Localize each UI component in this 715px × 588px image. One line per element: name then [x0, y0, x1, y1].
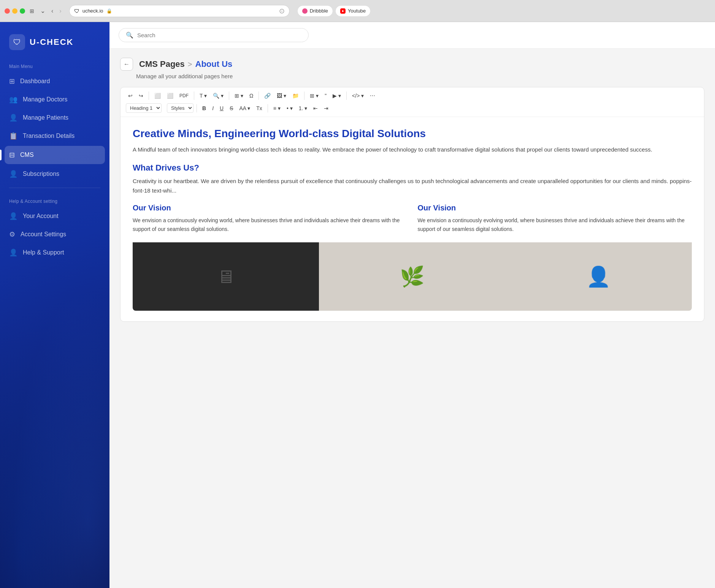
strikethrough-button[interactable]: S [227, 104, 235, 113]
sidebar-item-help-support[interactable]: 👤 Help & Support [0, 243, 109, 262]
toolbar-separator [149, 92, 149, 100]
align-button[interactable]: ≡ ▾ [271, 104, 283, 113]
dribbble-label: Dribbble [310, 8, 328, 14]
more-button[interactable]: ⋯ [368, 91, 377, 100]
dribbble-bookmark[interactable]: Dribbble [297, 5, 333, 17]
youtube-bookmark[interactable]: Youtube [335, 5, 371, 17]
sidebar-item-cms[interactable]: ⊟ CMS [5, 146, 105, 164]
sidebar-logo: 🛡 U-CHECK [0, 22, 109, 58]
toolbar-separator-6 [346, 92, 347, 100]
undo-button[interactable]: ↩ [126, 91, 135, 100]
code-button[interactable]: </> ▾ [350, 91, 366, 100]
person-icon: 🌿 [400, 265, 425, 288]
address-bar[interactable]: 🛡 ucheck.io 🔒 ⊙ [69, 5, 290, 17]
close-button[interactable] [5, 8, 10, 14]
logo-icon: 🛡 [9, 34, 25, 50]
url-text: ucheck.io [82, 8, 103, 14]
numbered-button[interactable]: 1. ▾ [296, 104, 310, 113]
youtube-label: Youtube [348, 8, 366, 14]
browser-chrome: ⊞ ⌄ ‹ › 🛡 ucheck.io 🔒 ⊙ Dribbble Youtube [0, 0, 715, 22]
main-menu-label: Main Menu [0, 58, 109, 72]
sidebar-item-your-account[interactable]: 👤 Your Account [0, 207, 109, 225]
heading-select[interactable]: Heading 1 [126, 103, 162, 113]
app-layout: 🛡 U-CHECK Main Menu ⊞ Dashboard 👥 Manage… [0, 22, 715, 588]
image-2: 🌿 [319, 242, 505, 311]
sidebar-item-manage-doctors[interactable]: 👥 Manage Doctors [0, 90, 109, 109]
vision-right-text: We envision a continuously evolving worl… [418, 216, 692, 233]
editor-card: ↩ ↪ ⬜ ⬜ PDF T ▾ 🔍 ▾ ⊞ ▾ Ω 🔗 [120, 87, 704, 322]
editor-intro: A Mindful team of tech innovators bringi… [133, 145, 692, 155]
indent-decrease-button[interactable]: ⇤ [311, 104, 320, 113]
sidebar-toggle-button[interactable]: ⊞ [28, 6, 36, 16]
help-icon: 👤 [9, 248, 17, 257]
search-bar[interactable]: 🔍 [119, 28, 309, 42]
bullets-button[interactable]: • ▾ [284, 104, 295, 113]
special-chars-button[interactable]: Ω [247, 91, 255, 100]
vision-left-heading: Our Vision [133, 204, 407, 212]
indent-increase-button[interactable]: ⇥ [322, 104, 331, 113]
page-subtitle: Manage all your additional pages here [136, 73, 704, 79]
logo-text: U-CHECK [30, 37, 73, 47]
sidebar-item-dashboard[interactable]: ⊞ Dashboard [0, 72, 109, 90]
back-button[interactable]: ← [120, 58, 133, 71]
toolbar-separator-2 [194, 92, 194, 100]
image-1: 🖥 [133, 242, 319, 311]
sidebar-item-label: Transaction Details [23, 133, 75, 139]
clearformat-button[interactable]: Tx [254, 104, 265, 113]
chevron-down-button[interactable]: ⌄ [39, 6, 47, 15]
sidebar-item-label: Your Account [23, 213, 59, 220]
refresh-icon: ⊙ [279, 7, 285, 15]
sidebar-item-account-settings[interactable]: ⚙ Account Settings [0, 225, 109, 243]
editor-body[interactable]: Creative Minds, Engineering World-class … [120, 117, 704, 321]
lock-icon: 🔒 [106, 8, 112, 14]
sidebar-item-manage-patients[interactable]: 👤 Manage Patients [0, 109, 109, 127]
vision-left-col: Our Vision We envision a continuously ev… [133, 204, 407, 233]
fontsize-button[interactable]: AA ▾ [237, 104, 252, 113]
youtube-icon [340, 8, 346, 14]
editor-section1-text: Creativity is our heartbeat. We are driv… [133, 177, 692, 196]
forward-nav-button[interactable]: › [58, 7, 63, 15]
underline-button[interactable]: U [217, 104, 226, 113]
table2-button[interactable]: ⊞ ▾ [308, 91, 321, 100]
fullscreen-button[interactable] [20, 8, 25, 14]
font-button[interactable]: T ▾ [197, 91, 209, 100]
sidebar-item-label: CMS [20, 152, 34, 158]
manage-patients-icon: 👤 [9, 114, 17, 122]
editor-heading: Creative Minds, Engineering World-class … [133, 128, 692, 140]
embed-button[interactable]: ▶ ▾ [330, 91, 343, 100]
search-input[interactable] [137, 32, 301, 38]
link-button[interactable]: 🔗 [262, 91, 273, 100]
traffic-lights [5, 8, 25, 14]
media-button[interactable]: 📁 [290, 91, 301, 100]
breadcrumb-separator: > [188, 60, 192, 69]
table-button[interactable]: ⊞ ▾ [232, 91, 246, 100]
minimize-button[interactable] [12, 8, 17, 14]
sidebar-item-label: Dashboard [20, 78, 50, 85]
top-bar: 🔍 [109, 22, 715, 49]
breadcrumb-current: About Us [195, 59, 233, 69]
pdf-button[interactable]: PDF [177, 92, 191, 100]
blockquote-button[interactable]: " [322, 91, 329, 100]
vision-left-text: We envision a continuously evolving worl… [133, 216, 407, 233]
redo-button[interactable]: ↪ [136, 91, 146, 100]
image-button[interactable]: 🖼 ▾ [274, 91, 289, 100]
subscriptions-icon: 👤 [9, 170, 17, 178]
sidebar: 🛡 U-CHECK Main Menu ⊞ Dashboard 👥 Manage… [0, 22, 109, 588]
browser-bookmarks: Dribbble Youtube [297, 5, 371, 17]
vision-right-heading: Our Vision [418, 204, 692, 212]
sidebar-item-transaction-details[interactable]: 📋 Transaction Details [0, 127, 109, 145]
search-icon: 🔍 [126, 32, 133, 39]
transaction-icon: 📋 [9, 132, 17, 140]
import-button[interactable]: ⬜ [152, 91, 163, 100]
sidebar-item-label: Subscriptions [23, 171, 59, 177]
sidebar-item-subscriptions[interactable]: 👤 Subscriptions [0, 165, 109, 183]
image-3: 👤 [506, 242, 692, 311]
back-nav-button[interactable]: ‹ [50, 7, 55, 15]
search-replace-button[interactable]: 🔍 ▾ [211, 91, 226, 100]
images-row: 🖥 🌿 👤 [133, 242, 692, 311]
toolbar-separator-3 [229, 92, 229, 100]
italic-button[interactable]: I [210, 104, 216, 113]
styles-select[interactable]: Styles [167, 103, 193, 113]
bold-button[interactable]: B [200, 104, 208, 113]
export-button[interactable]: ⬜ [165, 91, 176, 100]
